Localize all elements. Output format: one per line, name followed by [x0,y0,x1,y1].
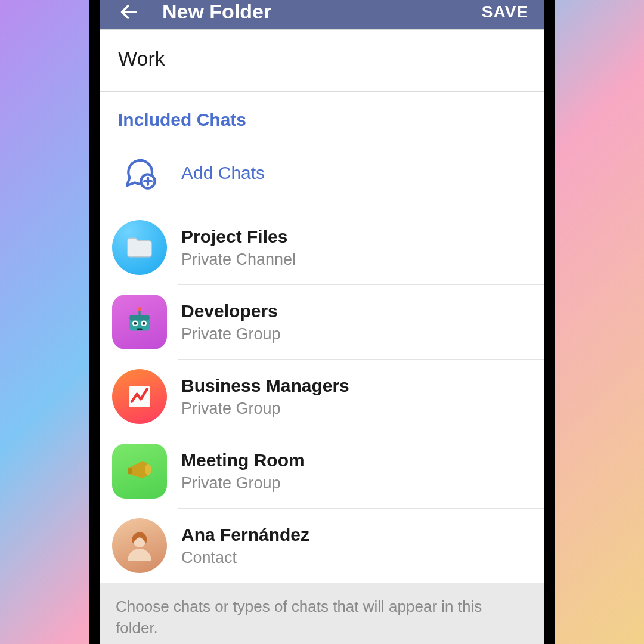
included-chats-section: Included Chats Add Chats [100,92,544,583]
title-bar: New Folder SAVE [100,0,544,29]
chat-name: Developers [181,301,534,321]
chat-name: Business Managers [181,376,534,396]
svg-point-12 [138,307,141,311]
chat-row[interactable]: Business Managers Private Group [100,360,544,434]
add-chats-button[interactable]: Add Chats [100,136,544,210]
section-header: Included Chats [100,92,544,136]
add-chats-label: Add Chats [181,163,534,183]
chat-subtitle: Private Group [181,400,534,418]
save-button[interactable]: SAVE [482,2,532,21]
chat-subtitle: Private Channel [181,250,534,269]
section-footer-text: Choose chats or types of chats that will… [100,583,544,644]
chat-subtitle: Private Group [181,325,534,343]
folder-icon [112,220,167,275]
add-chat-icon [112,145,167,200]
svg-rect-15 [128,468,132,474]
svg-rect-5 [129,315,150,321]
robot-icon [112,295,167,349]
app-screen: New Folder SAVE Work Included Chats [100,0,544,644]
page-title: New Folder [145,0,482,23]
svg-point-8 [134,322,137,325]
chat-row[interactable]: Ana Fernández Contact [100,509,544,583]
chat-name: Project Files [181,227,534,247]
chart-icon [112,369,167,424]
chat-row[interactable]: Meeting Room Private Group [100,434,544,508]
megaphone-icon [112,444,167,499]
chat-subtitle: Private Group [181,474,534,493]
chat-subtitle: Contact [181,549,534,567]
svg-point-14 [145,464,151,475]
chat-row[interactable]: Project Files Private Channel [100,210,544,284]
phone-frame: New Folder SAVE Work Included Chats [89,0,555,644]
person-avatar [112,518,167,573]
chat-row[interactable]: Developers Private Group [100,285,544,359]
svg-point-9 [143,322,145,325]
arrow-left-icon [119,2,139,22]
back-button[interactable] [112,2,145,22]
svg-rect-10 [137,328,143,330]
folder-name-input[interactable]: Work [100,30,544,91]
chat-name: Meeting Room [181,450,534,470]
chat-name: Ana Fernández [181,525,534,545]
